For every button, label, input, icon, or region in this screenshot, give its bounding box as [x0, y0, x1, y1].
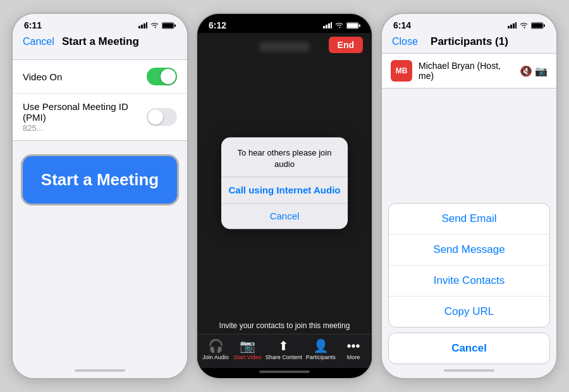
start-meeting-button[interactable]: Start a Meeting [23, 156, 177, 204]
time-2: 6:12 [209, 20, 226, 30]
copy-url-button[interactable]: Copy URL [389, 297, 549, 327]
signal-icon-1 [138, 22, 147, 28]
end-button[interactable]: End [329, 37, 363, 53]
video-area: End To hear others please join audio Cal… [197, 33, 372, 334]
join-audio-item[interactable]: 🎧 Join Audio [202, 340, 229, 360]
signal-icon-2 [323, 22, 332, 28]
participant-name: Michael Bryan (Host, me) [419, 61, 513, 81]
more-label: More [347, 354, 360, 360]
svg-rect-8 [326, 25, 327, 28]
participant-status-icons: 🔇 📷 [520, 65, 548, 77]
status-icons-1 [138, 22, 176, 29]
phone-2: 6:12 End To h [196, 13, 373, 379]
svg-rect-16 [513, 23, 515, 28]
svg-rect-15 [510, 25, 512, 28]
blurred-name [259, 42, 310, 52]
svg-rect-2 [144, 23, 145, 28]
svg-rect-5 [162, 23, 173, 28]
cancel-button-1[interactable]: Cancel [23, 36, 54, 47]
home-bar-2 [259, 371, 310, 373]
call-internet-audio-button[interactable]: Call using Internet Audio [221, 177, 348, 203]
dialog-cancel-button[interactable]: Cancel [221, 204, 348, 230]
settings-section: Video On Use Personal Meeting ID (PMI) 8… [13, 59, 187, 141]
svg-rect-19 [532, 23, 542, 28]
svg-rect-14 [508, 26, 510, 28]
more-item[interactable]: ••• More [340, 340, 367, 360]
send-message-button[interactable]: Send Message [389, 235, 549, 266]
status-bar-1: 6:11 [13, 14, 187, 33]
time-1: 6:11 [24, 20, 42, 30]
battery-icon-3 [531, 22, 545, 29]
wifi-icon-1 [150, 22, 159, 29]
participant-avatar: MB [391, 60, 412, 82]
more-icon: ••• [346, 340, 360, 352]
audio-dialog-message: To hear others please join audio [221, 137, 348, 176]
wifi-icon-2 [334, 22, 344, 29]
send-email-button[interactable]: Send Email [389, 204, 549, 235]
spacer [382, 89, 556, 203]
mute-icon: 🔇 [520, 65, 532, 77]
pmi-row: Use Personal Meeting ID (PMI) 825... [13, 94, 187, 140]
screen-title-1: Start a Meeting [62, 35, 139, 48]
phone-1: 6:11 Cancel Start a Meeting [11, 13, 188, 379]
pmi-toggle[interactable] [147, 108, 177, 126]
share-content-item[interactable]: ⬆ Share Content [266, 340, 302, 360]
pmi-sub: 825... [23, 123, 147, 133]
svg-rect-6 [174, 24, 176, 27]
svg-rect-12 [347, 23, 358, 28]
start-video-label: Start Video [233, 354, 261, 360]
video-on-label: Video On [23, 71, 62, 82]
join-audio-icon: 🎧 [208, 340, 224, 352]
svg-rect-20 [544, 24, 545, 27]
time-3: 6:14 [393, 20, 411, 30]
video-off-icon: 📷 [535, 65, 548, 77]
status-icons-2 [323, 22, 360, 29]
status-icons-3 [508, 22, 545, 29]
signal-icon-3 [508, 22, 517, 28]
home-bar-1 [75, 369, 125, 372]
participants-label: Participants [306, 354, 336, 360]
svg-rect-13 [359, 24, 360, 27]
svg-rect-17 [515, 22, 517, 28]
video-toggle[interactable] [147, 68, 177, 85]
pmi-label: Use Personal Meeting ID (PMI) [23, 101, 147, 123]
cancel-invite-button[interactable]: Cancel [388, 333, 550, 364]
participants-item[interactable]: 👤 Participants [306, 340, 336, 360]
phone1-content: Video On Use Personal Meeting ID (PMI) 8… [13, 53, 187, 378]
nav-bar-1: Cancel Start a Meeting [13, 33, 187, 53]
close-button[interactable]: Close [392, 36, 418, 47]
invite-actions-list: Send Email Send Message Invite Contacts … [388, 203, 550, 328]
pmi-label-group: Use Personal Meeting ID (PMI) 825... [23, 101, 147, 133]
meeting-toolbar: 🎧 Join Audio 📷 Start Video ⬆ Share Conte… [197, 334, 372, 368]
share-icon: ⬆ [278, 340, 289, 352]
svg-rect-9 [328, 23, 330, 28]
participant-row: MB Michael Bryan (Host, me) 🔇 📷 [382, 54, 556, 88]
start-video-item[interactable]: 📷 Start Video [233, 340, 261, 360]
svg-rect-3 [146, 22, 147, 28]
home-bar-3 [444, 369, 494, 372]
invite-contacts-button[interactable]: Invite Contacts [389, 266, 549, 297]
join-audio-label: Join Audio [202, 354, 229, 360]
battery-icon-2 [346, 22, 360, 29]
wifi-icon-3 [519, 22, 529, 29]
svg-rect-10 [331, 22, 332, 28]
share-content-label: Share Content [266, 354, 302, 360]
svg-rect-0 [138, 26, 140, 28]
battery-icon-1 [162, 22, 176, 29]
nav-bar-3: Close Participants (1) [382, 33, 556, 53]
svg-rect-7 [323, 26, 325, 28]
video-on-row: Video On [13, 60, 187, 94]
status-bar-2: 6:12 [197, 14, 372, 33]
invite-bar: Invite your contacts to join this meetin… [197, 319, 372, 334]
phone-3: 6:14 Close Participants (1) [381, 13, 558, 379]
svg-rect-1 [141, 25, 143, 28]
participants-list: MB Michael Bryan (Host, me) 🔇 📷 [382, 53, 556, 89]
participants-icon: 👤 [313, 340, 329, 352]
audio-dialog: To hear others please join audio Call us… [221, 137, 348, 229]
participants-title: Participants (1) [431, 35, 508, 48]
status-bar-3: 6:14 [382, 14, 556, 33]
video-icon: 📷 [240, 340, 255, 352]
